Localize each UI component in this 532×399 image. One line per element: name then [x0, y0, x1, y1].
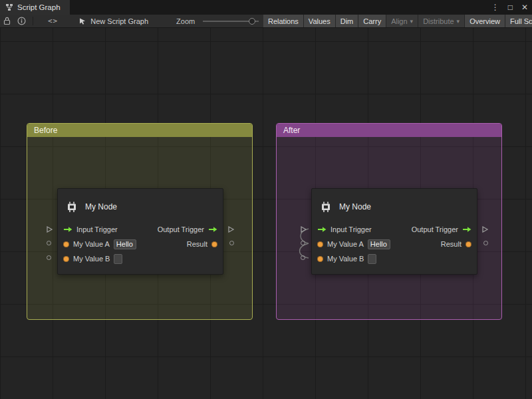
outer-input-flow-port[interactable] [300, 225, 307, 233]
value-port-icon [317, 241, 323, 247]
relations-button[interactable]: Relations [263, 15, 304, 28]
group-after[interactable]: After My Node [276, 123, 502, 320]
outer-value-b-port[interactable] [301, 255, 305, 260]
zoom-slider[interactable] [203, 21, 259, 22]
window-controls: ⋮ □ ✕ [491, 0, 528, 15]
node-title: My Node [85, 202, 117, 211]
value-port-icon [317, 256, 323, 262]
toolbar-divider [33, 17, 33, 25]
node-body: Input Trigger Output Trigger My Value A [312, 222, 477, 274]
close-icon[interactable]: ✕ [521, 3, 528, 11]
outer-output-flow-port[interactable] [227, 225, 235, 233]
value-b-field[interactable] [368, 254, 376, 264]
graph-name-wrap: New Script Graph [78, 17, 148, 25]
carry-button[interactable]: Carry [358, 15, 386, 28]
input-trigger-port[interactable]: Input Trigger [317, 225, 372, 233]
tab-script-graph[interactable]: Script Graph [0, 0, 70, 15]
distribute-button[interactable]: Distribute ▾ [418, 15, 465, 28]
full-screen-button[interactable]: Full Screen [505, 15, 532, 28]
align-button[interactable]: Align ▾ [386, 15, 418, 28]
group-before-header[interactable]: Before [27, 124, 252, 137]
output-trigger-port[interactable]: Output Trigger [412, 225, 471, 233]
flow-arrow-icon [63, 226, 72, 233]
result-port[interactable]: Result [441, 240, 471, 248]
maximize-icon[interactable]: □ [508, 3, 513, 11]
tab-bar: Script Graph ⋮ □ ✕ [0, 0, 532, 15]
toolbar-buttons: Relations Values Dim Carry Align ▾ Distr… [263, 15, 532, 28]
flow-arrow-icon [208, 226, 217, 233]
outer-result-port[interactable] [229, 241, 234, 245]
value-port-icon [466, 241, 471, 247]
chevron-down-icon: ▾ [410, 18, 414, 25]
node-header: My Node [312, 189, 477, 222]
node-title: My Node [339, 202, 371, 211]
node-header: My Node [58, 189, 223, 222]
my-node-icon [319, 200, 333, 214]
my-node-before[interactable]: My Node Input Trigger Output Trigger [57, 188, 223, 275]
dim-button[interactable]: Dim [336, 15, 359, 28]
info-icon[interactable] [14, 15, 29, 28]
value-port-icon [211, 241, 217, 247]
my-node-after[interactable]: My Node Input Trigger Output Trigger [311, 188, 477, 275]
value-a-field[interactable] [114, 239, 136, 249]
group-after-label: After [283, 126, 300, 135]
outer-value-b-port[interactable] [47, 255, 51, 260]
value-b-field[interactable] [114, 254, 122, 264]
chevron-down-icon: ▾ [457, 18, 460, 25]
overview-button[interactable]: Overview [465, 15, 505, 28]
graph-name: New Script Graph [90, 17, 148, 25]
node-body: Input Trigger Output Trigger My Value A [58, 222, 223, 274]
graph-canvas[interactable]: Before My Node [0, 28, 532, 399]
my-node-icon [65, 200, 79, 214]
value-a-port[interactable]: My Value A [63, 239, 136, 249]
graph-toolbar: <> New Script Graph Zoom 1x Relations Va… [0, 15, 532, 28]
outer-output-flow-port[interactable] [481, 225, 489, 233]
group-before[interactable]: Before My Node [27, 123, 253, 320]
outer-value-a-port[interactable] [47, 241, 51, 245]
flow-arrow-icon [317, 226, 327, 233]
value-b-port[interactable]: My Value B [317, 254, 376, 264]
script-graph-icon [5, 3, 13, 11]
tab-title: Script Graph [17, 3, 61, 11]
value-a-port[interactable]: My Value A [317, 239, 390, 249]
value-b-port[interactable]: My Value B [63, 254, 122, 264]
zoom-slider-knob[interactable] [249, 18, 255, 25]
value-a-field[interactable] [368, 239, 390, 249]
kebab-menu-icon[interactable]: ⋮ [491, 3, 499, 11]
group-before-label: Before [34, 126, 57, 135]
outer-input-flow-port[interactable] [46, 225, 53, 233]
lock-icon[interactable] [0, 15, 14, 28]
input-trigger-port[interactable]: Input Trigger [63, 225, 118, 233]
outer-value-a-port[interactable] [301, 241, 305, 245]
zoom-label: Zoom [176, 17, 195, 25]
output-trigger-port[interactable]: Output Trigger [158, 225, 217, 233]
result-port[interactable]: Result [187, 240, 217, 248]
value-port-icon [63, 256, 69, 262]
flow-arrow-icon [462, 226, 471, 233]
graph-asset-icon [78, 17, 86, 25]
group-after-header[interactable]: After [277, 124, 501, 137]
outer-result-port[interactable] [483, 241, 488, 245]
code-icon[interactable]: <> [45, 15, 61, 28]
values-button[interactable]: Values [304, 15, 336, 28]
value-port-icon [63, 241, 69, 247]
